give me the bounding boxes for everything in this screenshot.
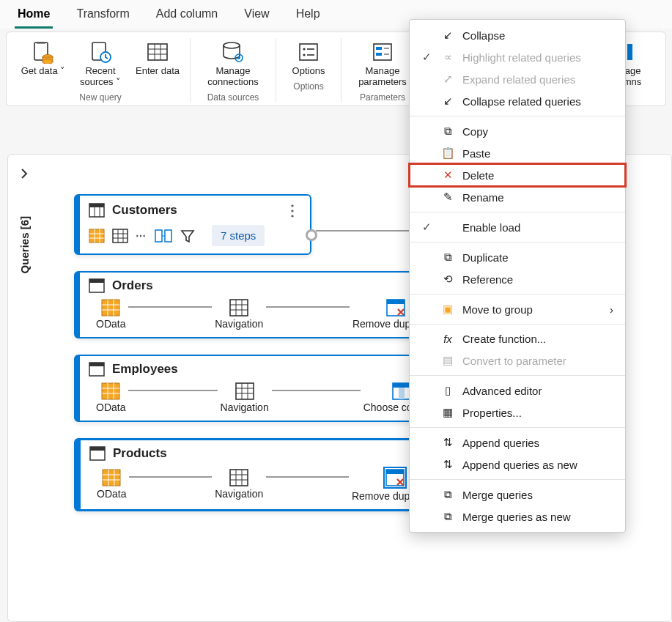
- merge-icon: ⧉: [440, 488, 455, 501]
- menu-merge-queries[interactable]: ⧉Merge queries: [410, 484, 625, 506]
- svg-rect-19: [374, 44, 391, 60]
- svg-rect-70: [393, 383, 410, 388]
- parameters-icon: [372, 40, 394, 64]
- menu-reference[interactable]: ⟲Reference: [410, 268, 625, 290]
- menu-advanced-editor[interactable]: ▯Advanced editor: [410, 380, 625, 401]
- page-clock-icon: [89, 40, 112, 64]
- tab-home[interactable]: Home: [15, 4, 53, 29]
- query-name: Products: [113, 446, 167, 461]
- recent-sources-label: Recent sources: [80, 65, 116, 87]
- function-icon: fx: [440, 333, 455, 345]
- ribbon-group-label: Options: [293, 81, 323, 92]
- chevron-right-icon: ›: [610, 303, 613, 316]
- menu-append-queries[interactable]: ⇅Append queries: [410, 432, 625, 453]
- step-odata[interactable]: OData: [97, 469, 126, 500]
- context-menu: ↙Collapse ✓∝Highlight related queries ⤢E…: [409, 19, 626, 533]
- properties-icon: ▦: [440, 406, 455, 419]
- menu-move-to-group[interactable]: ▣Move to group›: [410, 298, 625, 320]
- step-odata[interactable]: OData: [96, 299, 125, 330]
- tab-view[interactable]: View: [241, 4, 272, 29]
- svg-rect-71: [399, 388, 405, 399]
- selected-step-highlight: [383, 467, 407, 489]
- copy-icon: ⧉: [440, 125, 455, 138]
- svg-rect-45: [102, 300, 119, 316]
- get-data-button[interactable]: Get data ˅: [17, 38, 70, 88]
- recent-sources-button[interactable]: Recent sources ˅: [74, 38, 127, 88]
- manage-parameters-label: Manage parameters: [349, 66, 416, 88]
- table-icon: [89, 278, 105, 293]
- menu-append-queries-new[interactable]: ⇅Append queries as new: [410, 453, 625, 475]
- query-card-employees[interactable]: Employees OData Navigation Choose column…: [74, 355, 457, 422]
- svg-rect-85: [386, 470, 404, 474]
- enter-data-button[interactable]: Enter data: [131, 38, 184, 88]
- query-name: Orders: [112, 278, 153, 293]
- svg-rect-74: [103, 470, 120, 486]
- menu-rename[interactable]: ✎Rename: [410, 186, 625, 208]
- manage-connections-button[interactable]: Manage connections: [196, 38, 270, 88]
- nav-table-icon: [229, 299, 248, 316]
- append-icon: ⇅: [440, 436, 455, 449]
- table-icon: [89, 446, 106, 461]
- menu-enable-load[interactable]: ✓Enable load: [410, 216, 625, 238]
- step-navigation[interactable]: Navigation: [215, 299, 263, 330]
- ribbon-group-data-sources: Manage connections Data sources: [191, 38, 276, 103]
- svg-rect-73: [90, 447, 105, 451]
- ribbon-group-label: Data sources: [207, 92, 259, 103]
- check-icon: ✓: [420, 221, 433, 234]
- menu-create-function[interactable]: fxCreate function...: [410, 328, 625, 349]
- steps-badge[interactable]: 7 steps: [212, 225, 265, 246]
- menu-collapse[interactable]: ↙Collapse: [410, 24, 625, 46]
- source-table-icon: [102, 469, 121, 486]
- query-card-customers[interactable]: Customers ⋮ ⋯ 7 steps: [74, 194, 311, 255]
- options-button[interactable]: Options: [282, 38, 335, 77]
- svg-rect-79: [230, 470, 248, 486]
- step-odata[interactable]: OData: [96, 382, 125, 413]
- reference-icon: ⟲: [440, 273, 455, 286]
- enter-data-label: Enter data: [136, 66, 180, 77]
- step-navigation[interactable]: Navigation: [215, 469, 263, 500]
- ribbon-group-new-query: Get data ˅ Recent sources ˅ Enter data N…: [11, 38, 191, 103]
- menu-merge-queries-new[interactable]: ⧉Merge queries as new: [410, 506, 625, 527]
- menu-highlight-related: ✓∝Highlight related queries: [410, 46, 625, 68]
- list-check-icon: [298, 40, 320, 64]
- tab-transform[interactable]: Transform: [73, 4, 132, 29]
- menu-delete[interactable]: ✕Delete: [410, 164, 625, 186]
- svg-rect-64: [236, 383, 254, 399]
- tab-add-column[interactable]: Add column: [153, 4, 221, 29]
- remove-duplicates-icon: [385, 469, 405, 486]
- query-name: Employees: [112, 362, 178, 377]
- menu-paste[interactable]: 📋Paste: [410, 142, 625, 164]
- paste-icon: 📋: [440, 147, 455, 160]
- options-label: Options: [292, 66, 325, 77]
- output-node[interactable]: [306, 229, 317, 241]
- folder-icon: ▣: [440, 303, 455, 316]
- menu-collapse-related[interactable]: ↙Collapse related queries: [410, 90, 625, 112]
- menu-duplicate[interactable]: ⧉Duplicate: [410, 246, 625, 268]
- parameter-icon: ▤: [440, 354, 455, 367]
- svg-rect-28: [89, 204, 104, 207]
- step-navigation[interactable]: Navigation: [221, 382, 269, 413]
- source-table-icon: [101, 299, 120, 316]
- table-icon: [89, 203, 105, 218]
- svg-rect-31: [89, 229, 104, 242]
- menu-copy[interactable]: ⧉Copy: [410, 120, 625, 142]
- ellipsis-icon: ⋯: [136, 230, 147, 242]
- query-card-orders[interactable]: Orders OData Navigation Remove duplicate…: [74, 271, 457, 338]
- query-card-products[interactable]: Products OData Navigation Remove dup: [74, 438, 457, 511]
- more-options-button[interactable]: ⋮: [285, 201, 301, 219]
- menu-convert-to-parameter: ▤Convert to parameter: [410, 349, 625, 371]
- menu-properties[interactable]: ▦Properties...: [410, 401, 625, 423]
- merge-new-icon: ⧉: [440, 510, 455, 523]
- tab-help[interactable]: Help: [293, 4, 323, 29]
- svg-rect-41: [155, 230, 162, 242]
- choose-columns-icon: [392, 382, 411, 400]
- svg-rect-59: [102, 383, 119, 399]
- svg-rect-50: [230, 300, 248, 316]
- delete-icon: ✕: [440, 169, 455, 182]
- nav-table-icon: [229, 469, 248, 486]
- editor-icon: ▯: [440, 384, 455, 397]
- svg-point-17: [303, 53, 305, 56]
- manage-connections-label: Manage connections: [198, 66, 268, 88]
- manage-parameters-button[interactable]: Manage parameters: [347, 38, 418, 88]
- ribbon-group-options: Options Options: [276, 38, 341, 103]
